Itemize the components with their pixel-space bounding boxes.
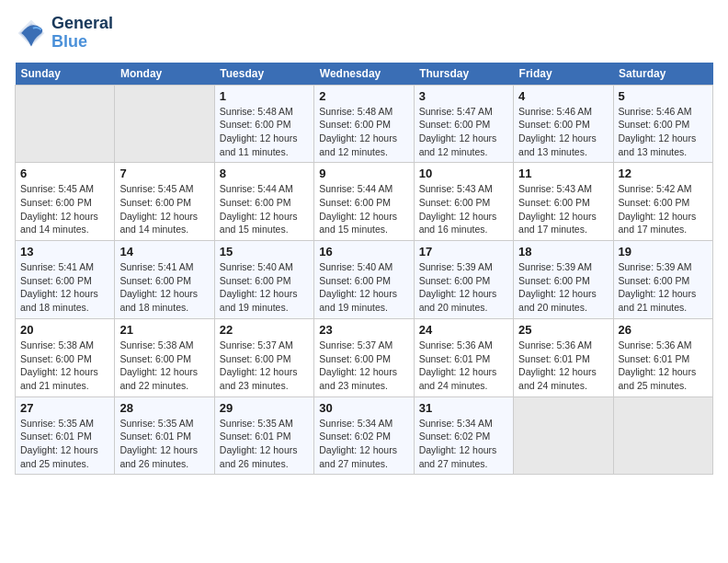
day-number: 23 xyxy=(319,323,408,337)
day-info: Sunrise: 5:47 AM Sunset: 6:00 PM Dayligh… xyxy=(419,105,508,159)
sunset-text: Sunset: 6:00 PM xyxy=(518,275,590,286)
calendar-cell: 20 Sunrise: 5:38 AM Sunset: 6:00 PM Dayl… xyxy=(16,318,115,396)
sunset-text: Sunset: 6:00 PM xyxy=(220,197,291,208)
day-info: Sunrise: 5:38 AM Sunset: 6:00 PM Dayligh… xyxy=(20,339,109,393)
day-info: Sunrise: 5:48 AM Sunset: 6:00 PM Dayligh… xyxy=(319,105,408,159)
sunrise-text: Sunrise: 5:46 AM xyxy=(518,106,592,117)
daylight-text: Daylight: 12 hours and 25 minutes. xyxy=(619,366,697,391)
daylight-text: Daylight: 12 hours and 15 minutes. xyxy=(319,211,397,236)
daylight-text: Daylight: 12 hours and 20 minutes. xyxy=(518,288,597,313)
sunset-text: Sunset: 6:00 PM xyxy=(619,197,690,208)
sunrise-text: Sunrise: 5:40 AM xyxy=(220,261,293,272)
sunrise-text: Sunrise: 5:46 AM xyxy=(619,106,692,117)
calendar-week-row: 1 Sunrise: 5:48 AM Sunset: 6:00 PM Dayli… xyxy=(16,85,713,163)
daylight-text: Daylight: 12 hours and 16 minutes. xyxy=(419,211,497,236)
sunset-text: Sunset: 6:01 PM xyxy=(518,353,590,364)
sunset-text: Sunset: 6:00 PM xyxy=(119,275,191,286)
sunrise-text: Sunrise: 5:44 AM xyxy=(220,183,293,194)
calendar-week-row: 13 Sunrise: 5:41 AM Sunset: 6:00 PM Dayl… xyxy=(16,241,713,319)
calendar-cell: 13 Sunrise: 5:41 AM Sunset: 6:00 PM Dayl… xyxy=(16,241,115,319)
day-number: 24 xyxy=(419,323,508,337)
sunset-text: Sunset: 6:00 PM xyxy=(119,353,191,364)
calendar-week-row: 20 Sunrise: 5:38 AM Sunset: 6:00 PM Dayl… xyxy=(16,318,713,396)
calendar-cell: 9 Sunrise: 5:44 AM Sunset: 6:00 PM Dayli… xyxy=(314,163,414,241)
sunset-text: Sunset: 6:01 PM xyxy=(419,353,491,364)
daylight-text: Daylight: 12 hours and 19 minutes. xyxy=(319,288,397,313)
calendar-cell xyxy=(613,396,712,475)
daylight-text: Daylight: 12 hours and 24 minutes. xyxy=(419,366,497,391)
day-info: Sunrise: 5:35 AM Sunset: 6:01 PM Dayligh… xyxy=(20,417,109,471)
calendar-cell: 30 Sunrise: 5:34 AM Sunset: 6:02 PM Dayl… xyxy=(314,396,414,475)
day-number: 11 xyxy=(518,167,608,180)
sunrise-text: Sunrise: 5:34 AM xyxy=(419,418,493,429)
day-info: Sunrise: 5:35 AM Sunset: 6:01 PM Dayligh… xyxy=(119,417,209,471)
day-info: Sunrise: 5:44 AM Sunset: 6:00 PM Dayligh… xyxy=(220,182,309,236)
daylight-text: Daylight: 12 hours and 23 minutes. xyxy=(220,366,298,391)
calendar-cell xyxy=(115,85,214,163)
calendar-cell: 10 Sunrise: 5:43 AM Sunset: 6:00 PM Dayl… xyxy=(414,163,513,241)
daylight-text: Daylight: 12 hours and 14 minutes. xyxy=(20,211,98,236)
daylight-text: Daylight: 12 hours and 12 minutes. xyxy=(319,132,397,157)
day-number: 2 xyxy=(319,89,408,103)
sunset-text: Sunset: 6:00 PM xyxy=(319,353,391,364)
day-info: Sunrise: 5:45 AM Sunset: 6:00 PM Dayligh… xyxy=(119,182,209,236)
sunset-text: Sunset: 6:00 PM xyxy=(319,197,391,208)
calendar-cell: 26 Sunrise: 5:36 AM Sunset: 6:01 PM Dayl… xyxy=(613,318,712,396)
calendar-cell: 24 Sunrise: 5:36 AM Sunset: 6:01 PM Dayl… xyxy=(414,318,513,396)
calendar-cell: 6 Sunrise: 5:45 AM Sunset: 6:00 PM Dayli… xyxy=(16,163,115,241)
day-info: Sunrise: 5:40 AM Sunset: 6:00 PM Dayligh… xyxy=(319,260,408,315)
day-info: Sunrise: 5:43 AM Sunset: 6:00 PM Dayligh… xyxy=(518,182,608,236)
calendar-cell: 16 Sunrise: 5:40 AM Sunset: 6:00 PM Dayl… xyxy=(314,241,414,319)
sunset-text: Sunset: 6:00 PM xyxy=(419,197,491,208)
calendar-cell: 21 Sunrise: 5:38 AM Sunset: 6:00 PM Dayl… xyxy=(115,318,214,396)
day-number: 14 xyxy=(119,245,209,259)
page-header: General Blue xyxy=(15,15,713,52)
day-number: 15 xyxy=(220,245,309,259)
day-number: 6 xyxy=(20,167,109,180)
calendar-cell xyxy=(16,85,115,163)
calendar-cell: 19 Sunrise: 5:39 AM Sunset: 6:00 PM Dayl… xyxy=(613,241,712,319)
logo-icon xyxy=(15,17,48,50)
daylight-text: Daylight: 12 hours and 21 minutes. xyxy=(619,288,697,313)
calendar-cell: 25 Sunrise: 5:36 AM Sunset: 6:01 PM Dayl… xyxy=(514,318,613,396)
day-number: 22 xyxy=(220,323,309,337)
weekday-header: Wednesday xyxy=(314,63,414,86)
calendar-cell: 1 Sunrise: 5:48 AM Sunset: 6:00 PM Dayli… xyxy=(214,85,313,163)
day-number: 4 xyxy=(518,89,608,103)
sunset-text: Sunset: 6:01 PM xyxy=(20,431,92,442)
sunset-text: Sunset: 6:00 PM xyxy=(619,119,690,130)
sunrise-text: Sunrise: 5:48 AM xyxy=(220,106,293,117)
sunrise-text: Sunrise: 5:41 AM xyxy=(20,261,94,272)
sunrise-text: Sunrise: 5:39 AM xyxy=(518,261,592,272)
day-info: Sunrise: 5:48 AM Sunset: 6:00 PM Dayligh… xyxy=(220,105,309,159)
sunset-text: Sunset: 6:02 PM xyxy=(419,431,491,442)
calendar-table: SundayMondayTuesdayWednesdayThursdayFrid… xyxy=(15,63,713,476)
calendar-cell xyxy=(514,396,613,475)
day-info: Sunrise: 5:38 AM Sunset: 6:00 PM Dayligh… xyxy=(119,339,209,393)
sunset-text: Sunset: 6:00 PM xyxy=(119,197,191,208)
day-info: Sunrise: 5:39 AM Sunset: 6:00 PM Dayligh… xyxy=(619,260,708,315)
day-info: Sunrise: 5:45 AM Sunset: 6:00 PM Dayligh… xyxy=(20,182,109,236)
daylight-text: Daylight: 12 hours and 26 minutes. xyxy=(220,444,298,469)
sunrise-text: Sunrise: 5:36 AM xyxy=(518,339,592,350)
sunrise-text: Sunrise: 5:38 AM xyxy=(20,339,94,350)
day-number: 27 xyxy=(20,401,109,415)
weekday-header: Tuesday xyxy=(214,63,313,86)
day-info: Sunrise: 5:43 AM Sunset: 6:00 PM Dayligh… xyxy=(419,182,508,236)
calendar-cell: 15 Sunrise: 5:40 AM Sunset: 6:00 PM Dayl… xyxy=(214,241,313,319)
daylight-text: Daylight: 12 hours and 13 minutes. xyxy=(518,132,597,157)
daylight-text: Daylight: 12 hours and 19 minutes. xyxy=(220,288,298,313)
day-number: 10 xyxy=(419,167,508,180)
sunset-text: Sunset: 6:00 PM xyxy=(518,119,590,130)
sunrise-text: Sunrise: 5:35 AM xyxy=(119,418,193,429)
calendar-cell: 7 Sunrise: 5:45 AM Sunset: 6:00 PM Dayli… xyxy=(115,163,214,241)
sunset-text: Sunset: 6:00 PM xyxy=(419,119,491,130)
sunrise-text: Sunrise: 5:37 AM xyxy=(319,339,392,350)
calendar-week-row: 27 Sunrise: 5:35 AM Sunset: 6:01 PM Dayl… xyxy=(16,396,713,475)
weekday-header: Saturday xyxy=(613,63,712,86)
weekday-header: Thursday xyxy=(414,63,513,86)
logo-text: General Blue xyxy=(51,15,113,52)
daylight-text: Daylight: 12 hours and 18 minutes. xyxy=(20,288,98,313)
sunrise-text: Sunrise: 5:35 AM xyxy=(220,418,293,429)
weekday-header: Friday xyxy=(514,63,613,86)
